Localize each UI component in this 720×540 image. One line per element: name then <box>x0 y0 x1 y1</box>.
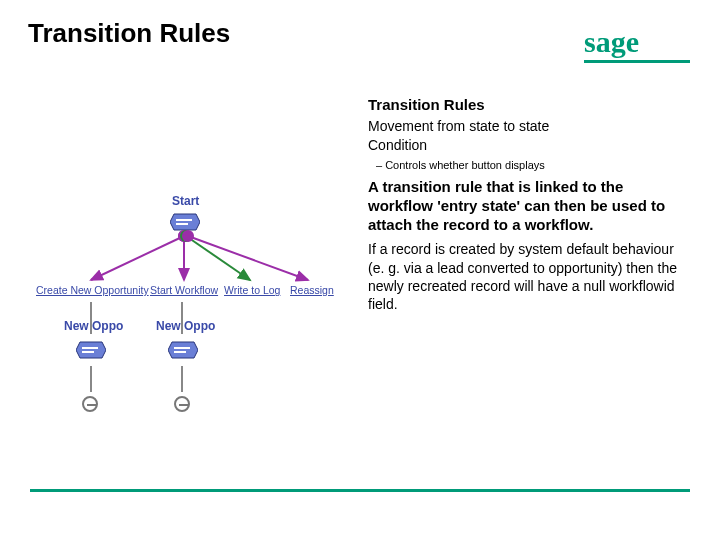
new-oppo-label: New Oppo <box>156 319 215 333</box>
action-write-to-log[interactable]: Write to Log <box>224 284 280 296</box>
svg-text:sage: sage <box>584 26 639 58</box>
body-line-condition: Condition <box>368 136 688 155</box>
paragraph: If a record is created by system default… <box>368 240 688 313</box>
svg-line-9 <box>188 236 308 280</box>
svg-rect-15 <box>82 347 98 349</box>
action-start-workflow[interactable]: Start Workflow <box>150 284 218 296</box>
svg-rect-18 <box>174 347 190 349</box>
workflow-diagram: Start Create New Opportunity Start Workf… <box>36 194 356 434</box>
content-column: Transition Rules Movement from state to … <box>368 96 688 313</box>
action-reassign[interactable]: Reassign <box>290 284 334 296</box>
svg-marker-14 <box>76 342 106 358</box>
stop-icon <box>174 396 190 412</box>
document-icon <box>168 340 198 362</box>
section-subheading: Transition Rules <box>368 96 688 113</box>
svg-rect-16 <box>82 351 94 353</box>
svg-marker-17 <box>168 342 198 358</box>
stop-icon <box>82 396 98 412</box>
bold-paragraph: A transition rule that is linked to the … <box>368 177 688 235</box>
svg-line-6 <box>91 236 184 280</box>
action-create-new-opportunity[interactable]: Create New Opportunity <box>36 284 149 296</box>
footer-divider <box>30 489 690 492</box>
svg-rect-19 <box>174 351 186 353</box>
sub-bullet-controls: – Controls whether button displays <box>368 159 688 171</box>
document-icon <box>76 340 106 362</box>
body-line-movement: Movement from state to state <box>368 117 688 136</box>
new-oppo-label: New Oppo <box>64 319 123 333</box>
sage-logo: sage <box>584 26 690 63</box>
logo-underline <box>584 60 690 63</box>
page-title: Transition Rules <box>28 18 230 49</box>
svg-line-8 <box>186 236 250 280</box>
